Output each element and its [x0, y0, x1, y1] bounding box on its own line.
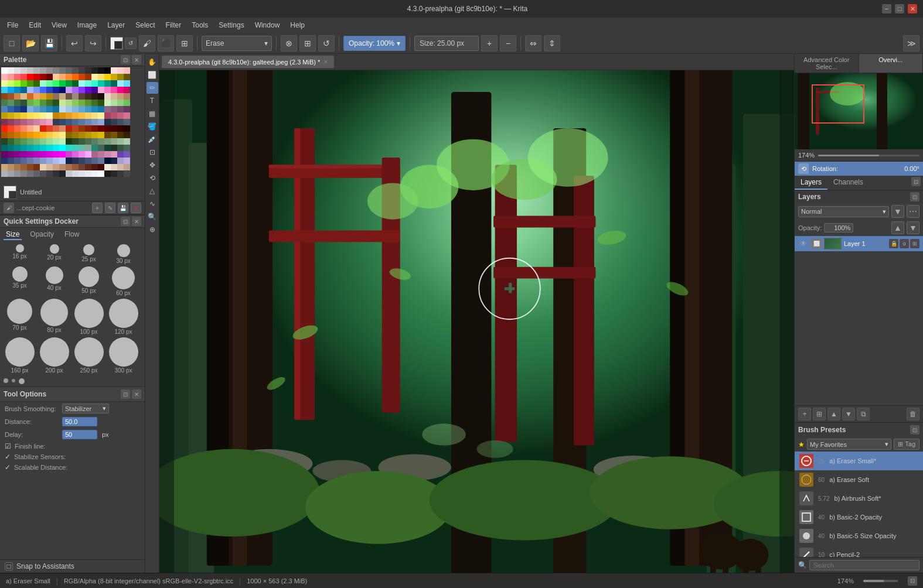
opacity-up-button[interactable]: ▲: [891, 221, 904, 234]
add-group-button[interactable]: ⊞: [813, 408, 826, 421]
redo-button[interactable]: ↪: [85, 35, 101, 52]
brush-size-120[interactable]: 120 px: [107, 299, 139, 335]
layers-filter-button[interactable]: ⊡: [910, 192, 919, 201]
new-document-button[interactable]: □: [4, 35, 20, 52]
brush-set-thumb[interactable]: 🖌: [4, 203, 14, 213]
menu-layer[interactable]: Layer: [103, 20, 130, 30]
color-palette-button[interactable]: ⬛: [158, 35, 174, 52]
size-control[interactable]: Size: 25.00 px: [414, 36, 479, 51]
canvas-tab-main[interactable]: 4.3.0-prealpha (git 8c9b10e): galteed.jp…: [162, 56, 334, 68]
blend-mode-dropdown[interactable]: Normal ▾: [798, 206, 889, 217]
lock-alpha-button[interactable]: ⊞: [299, 35, 316, 52]
preset-filter-dropdown[interactable]: My Favorites ▾: [807, 439, 891, 450]
to-dots-button[interactable]: ⊡: [121, 389, 130, 399]
layer-pass-through-1[interactable]: ⊞: [910, 239, 919, 248]
brush-size-160[interactable]: 160 px: [4, 337, 36, 374]
channels-tab[interactable]: Channels: [827, 176, 869, 190]
mirror-h-button[interactable]: ⇔: [525, 35, 541, 52]
color-palette-grid[interactable]: [1, 67, 138, 182]
palette-dots-button[interactable]: ⊡: [121, 55, 130, 64]
brush-size-300[interactable]: 300 px: [107, 337, 139, 374]
layer-alpha-lock-1[interactable]: α: [900, 239, 909, 248]
preset-item-eraser-soft[interactable]: 60 a) Eraser Soft: [795, 470, 923, 489]
to-close-button[interactable]: ✕: [132, 389, 141, 399]
minimize-button[interactable]: −: [882, 4, 891, 13]
delete-layer-button[interactable]: 🗑: [907, 408, 919, 421]
tool-touch[interactable]: ✋: [147, 56, 158, 68]
qs-dots-button[interactable]: ⊡: [121, 217, 130, 226]
duplicate-layer-button[interactable]: ⧉: [857, 408, 870, 421]
open-document-button[interactable]: 📂: [22, 35, 39, 52]
tool-assistant[interactable]: ⊕: [147, 224, 158, 235]
tag-button[interactable]: ⊞ Tag: [894, 439, 919, 450]
preset-item-basic5-size[interactable]: 40 b) Basic-5 Size Opacity: [795, 527, 923, 545]
layer-filter-button[interactable]: ▼: [891, 205, 904, 218]
brush-size-70[interactable]: 70 px: [4, 299, 36, 335]
brush-size-80[interactable]: 80 px: [38, 299, 70, 335]
menu-help[interactable]: Help: [285, 20, 309, 30]
close-button[interactable]: ✕: [908, 4, 917, 13]
distance-input[interactable]: [62, 417, 97, 426]
brush-size-100[interactable]: 100 px: [73, 299, 105, 335]
erase-mode-dropdown[interactable]: Erase ▾: [202, 36, 272, 51]
tool-transform[interactable]: ⟲: [147, 172, 158, 184]
opacity-down-button[interactable]: ▼: [907, 221, 919, 234]
delay-input[interactable]: [62, 430, 97, 439]
tool-text[interactable]: T: [147, 95, 158, 107]
layer-lock-1[interactable]: 🔒: [889, 239, 898, 248]
opacity-value[interactable]: 100%: [824, 223, 853, 233]
menu-settings[interactable]: Settings: [214, 20, 248, 30]
add-layer-button[interactable]: +: [798, 408, 811, 421]
clear-button[interactable]: ⊗: [281, 35, 297, 52]
tool-gradient[interactable]: ▦: [147, 108, 158, 119]
brush-smoothing-dropdown[interactable]: Stabilizer ▾: [62, 404, 109, 413]
foreground-color-swatch[interactable]: [110, 37, 123, 50]
qs-tab-size[interactable]: Size: [4, 230, 22, 240]
brush-size-40[interactable]: 40 px: [38, 266, 70, 296]
grid-button[interactable]: ⊞: [176, 35, 193, 52]
menu-edit[interactable]: Edit: [24, 20, 46, 30]
preset-item-airbrush-soft[interactable]: 5.72 b) Airbrush Soft*: [795, 489, 923, 508]
move-down-button[interactable]: ▼: [842, 408, 855, 421]
snap-checkbox[interactable]: □: [5, 562, 13, 570]
overview-tab[interactable]: Overvi...: [859, 54, 924, 73]
qs-tab-flow[interactable]: Flow: [62, 230, 81, 240]
rotation-icon[interactable]: ⟲: [798, 163, 809, 174]
brush-size-60[interactable]: 60 px: [107, 266, 139, 296]
layers-tab[interactable]: Layers: [795, 176, 827, 190]
tool-zoom[interactable]: 🔍: [147, 211, 158, 223]
tool-move[interactable]: ✥: [147, 159, 158, 171]
brush-size-200[interactable]: 200 px: [38, 337, 70, 374]
canvas-viewport[interactable]: [159, 70, 794, 573]
opacity-control[interactable]: Opacity: 100% ▾: [343, 36, 406, 51]
brush-presets-options-button[interactable]: ⊡: [910, 425, 919, 435]
overview-thumbnail[interactable]: [795, 73, 923, 149]
qs-tab-opacity[interactable]: Opacity: [28, 230, 56, 240]
brush-size-20[interactable]: 20 px: [38, 244, 70, 264]
status-options-button[interactable]: ⊡: [908, 576, 917, 586]
menu-file[interactable]: File: [2, 20, 23, 30]
menu-tools[interactable]: Tools: [187, 20, 213, 30]
brush-size-30[interactable]: 30 px: [107, 244, 139, 264]
restore-button[interactable]: □: [895, 4, 904, 13]
menu-image[interactable]: Image: [73, 20, 101, 30]
mirror-v-button[interactable]: ⇕: [544, 35, 560, 52]
size-minus-button[interactable]: −: [500, 35, 516, 52]
layer-item-1[interactable]: 👁 ⬜ Layer 1 🔒 α ⊞: [795, 236, 923, 251]
brush-set-add-button[interactable]: +: [92, 203, 103, 213]
tool-select-rect[interactable]: ⬜: [147, 69, 158, 81]
brush-set-edit-button[interactable]: ✎: [105, 203, 115, 213]
brush-set-save-button[interactable]: 💾: [118, 203, 128, 213]
layer-options-button[interactable]: ⋯: [907, 205, 919, 218]
layer-visibility-1[interactable]: 👁: [798, 238, 809, 249]
zoom-slider[interactable]: [818, 155, 919, 156]
size-plus-button[interactable]: +: [481, 35, 498, 52]
tool-bezier[interactable]: ∿: [147, 198, 158, 210]
preset-item-eraser-small[interactable]: 25 a) Eraser Small*: [795, 452, 923, 470]
tool-eyedropper[interactable]: 💉: [147, 134, 158, 145]
brush-size-35[interactable]: 35 px: [4, 266, 36, 296]
foreground-swatch-small[interactable]: [4, 186, 16, 199]
palette-close-button[interactable]: ✕: [132, 55, 141, 64]
layers-options-button[interactable]: ⊡: [911, 177, 921, 186]
brush-size-50[interactable]: 50 px: [73, 266, 105, 296]
